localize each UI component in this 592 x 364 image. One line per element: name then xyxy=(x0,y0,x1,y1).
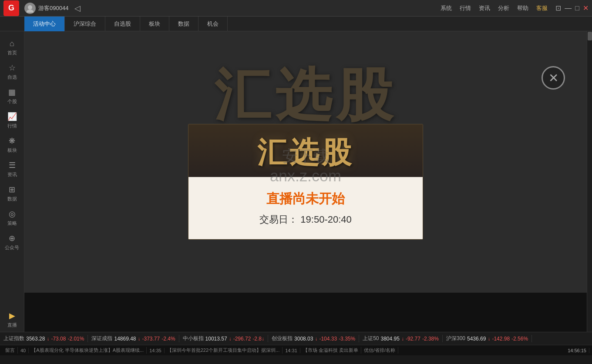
ticker-val-2: 10013.57 xyxy=(205,336,227,342)
nav-system[interactable]: 系统 xyxy=(441,4,452,12)
modal-time-text: 交易日： 19:50-20:40 xyxy=(197,213,414,226)
sidebar-item-data[interactable]: ⊞ 数据 xyxy=(0,181,24,206)
sidebar-label-data: 数据 xyxy=(7,196,17,202)
tab-shanghai-shenzhen[interactable]: 沪深综合 xyxy=(65,17,105,31)
home-icon: ⌂ xyxy=(10,39,14,48)
ticker-label-1: 深证成指 xyxy=(91,335,112,342)
modal-dialog: 汇选股 安下载 anx.z.com 直播尚未开始 交易日： 19:50-20:4… xyxy=(188,124,423,240)
bg-big-title: 汇选股 xyxy=(214,57,397,134)
ticker-dir-4: ↓ xyxy=(401,336,404,342)
sidebar-item-market[interactable]: 📈 行情 xyxy=(0,108,24,133)
strategy-icon: ◎ xyxy=(9,209,16,219)
sidebar-item-strategy[interactable]: ◎ 策略 xyxy=(0,206,24,230)
status-sort: 优估/省排/名称 xyxy=(361,347,398,354)
statusbar: 留言 40 【A股表现分化 半导体板块逆势上涨】A股表现继续... 14:35 … xyxy=(0,345,592,355)
logo-text: G xyxy=(8,3,14,13)
ticker-dir-3: ↓ xyxy=(315,336,317,342)
modal-status-text: 直播尚未开始 xyxy=(197,190,414,208)
sidebar-item-news[interactable]: ☰ 资讯 xyxy=(0,157,24,181)
content-area: 汇选股 ✕ 汇选股 安下载 anx.z.com 直播尚未开始 交易日 xyxy=(24,31,587,332)
close-button[interactable]: ✕ xyxy=(583,4,589,12)
modal-body: 直播尚未开始 交易日： 19:50-20:40 xyxy=(188,177,423,239)
sector-icon: ❋ xyxy=(9,136,15,146)
sidebar-item-watchlist[interactable]: ☆ 自选 xyxy=(0,60,24,84)
nav-help[interactable]: 帮助 xyxy=(517,4,528,12)
modal-header: 汇选股 安下载 anx.z.com xyxy=(188,124,423,177)
sidebar-label-market: 行情 xyxy=(7,123,17,129)
close-overlay-button[interactable]: ✕ xyxy=(542,66,565,90)
sidebar-item-sector[interactable]: ❋ 板块 xyxy=(0,133,24,157)
svg-point-0 xyxy=(28,5,32,10)
official-icon: ⊕ xyxy=(9,234,15,243)
time-value: 19:50-20:40 xyxy=(300,214,351,225)
status-news-1: 【A股表现分化 半导体板块逆势上涨】A股表现继续... xyxy=(29,347,147,354)
market-icon: 📈 xyxy=(7,112,17,121)
maximize-button[interactable]: □ xyxy=(575,4,579,12)
tabbar: 活动中心 沪深综合 自选股 板块 数据 机会 xyxy=(0,17,592,31)
sidebar: ⌂ 首页 ☆ 自选 ▦ 个股 📈 行情 ❋ 板块 ☰ 资讯 ⊞ 数据 ◎ 策略 xyxy=(0,31,24,332)
sidebar-item-official[interactable]: ⊕ 公众号 xyxy=(0,230,24,254)
sidebar-item-stock[interactable]: ▦ 个股 xyxy=(0,84,24,108)
ticker-pct-0: -2.01% xyxy=(67,336,84,342)
data-icon: ⊞ xyxy=(9,185,15,194)
ticker-pct-2: -2.8↓ xyxy=(252,336,264,342)
tab-sector[interactable]: 板块 xyxy=(140,17,169,31)
status-count: 40 xyxy=(18,348,29,353)
sidebar-label-home: 首页 xyxy=(7,50,17,56)
avatar xyxy=(24,3,36,14)
ticker-val-3: 3008.03 xyxy=(294,336,313,342)
topbar: G 游客090044 ◁ 系统 行情 资讯 分析 帮助 客服 ⊡ — □ ✕ xyxy=(0,0,592,17)
ticker-pct-1: -2.4% xyxy=(161,336,175,342)
ticker-label-5: 沪深300 xyxy=(446,335,465,342)
sidebar-label-watchlist: 自选 xyxy=(7,74,17,80)
ticker-change-2: -296.72 xyxy=(233,336,251,342)
nav-kefu[interactable]: 客服 xyxy=(536,4,548,12)
tab-activity-center[interactable]: 活动中心 xyxy=(24,17,65,31)
back-button[interactable]: ◁ xyxy=(74,3,81,13)
main-layout: ⌂ 首页 ☆ 自选 ▦ 个股 📈 行情 ❋ 板块 ☰ 资讯 ⊞ 数据 ◎ 策略 xyxy=(0,31,592,332)
status-news-2: 【深圳今年首批222个新开工项目集中启动】据深圳... xyxy=(165,347,283,354)
ticker-shanghai: 上证指数 3563.28 ↓ -73.08 -2.01% xyxy=(0,335,88,342)
sidebar-label-official: 公众号 xyxy=(5,244,19,251)
scrollbar[interactable] xyxy=(587,31,592,332)
logo-button[interactable]: G xyxy=(3,0,19,16)
ticker-50: 上证50 3804.95 ↓ -92.77 -2.38% xyxy=(359,335,443,342)
nav-market[interactable]: 行情 xyxy=(460,4,471,12)
tab-data[interactable]: 数据 xyxy=(169,17,198,31)
sidebar-item-live[interactable]: ▶ 直播 xyxy=(0,307,24,332)
tab-watchlist[interactable]: 自选股 xyxy=(105,17,140,31)
ticker-pct-5: -2.56% xyxy=(511,336,528,342)
ticker-change-3: -104.33 xyxy=(319,336,337,342)
ticker-300: 沪深300 5436.69 ↓ -142.98 -2.56% xyxy=(443,335,532,342)
sidebar-label-stock: 个股 xyxy=(7,98,17,105)
ticker-medium: 中小板指 10013.57 ↓ -296.72 -2.8↓ xyxy=(179,335,268,342)
ticker-val-0: 3563.28 xyxy=(26,336,45,342)
screenshot-icon[interactable]: ⊡ xyxy=(555,4,561,12)
status-liuyan: 留言 xyxy=(3,347,18,354)
topbar-nav: 系统 行情 资讯 分析 帮助 客服 xyxy=(441,4,548,12)
ticker-pct-4: -2.38% xyxy=(422,336,439,342)
ticker-change-0: -73.08 xyxy=(51,336,66,342)
status-market: 【市场 金溢科技 卖出新单 xyxy=(300,347,361,354)
modal-big-title: 汇选股 xyxy=(257,133,354,173)
tab-opportunity[interactable]: 机会 xyxy=(198,17,228,31)
ticker-val-5: 5436.69 xyxy=(467,336,486,342)
sidebar-item-home[interactable]: ⌂ 首页 xyxy=(0,36,24,60)
ticker-chinext: 创业板指 3008.03 ↓ -104.33 -3.35% xyxy=(268,335,359,342)
svg-point-1 xyxy=(27,10,34,13)
ticker-label-0: 上证指数 xyxy=(3,335,24,342)
ticker-label-2: 中小板指 xyxy=(183,335,204,342)
sidebar-label-news: 资讯 xyxy=(7,171,17,178)
scroll-thumb[interactable] xyxy=(588,32,592,40)
ticker-shenzhen: 深证成指 14869.48 ↓ -373.77 -2.4% xyxy=(88,335,179,342)
star-icon: ☆ xyxy=(9,63,16,73)
nav-news[interactable]: 资讯 xyxy=(479,4,490,12)
live-icon: ▶ xyxy=(9,311,15,321)
chart-icon: ▦ xyxy=(8,87,16,97)
time-label: 交易日： xyxy=(259,214,298,225)
minimize-button[interactable]: — xyxy=(565,4,572,12)
nav-analysis[interactable]: 分析 xyxy=(498,4,509,12)
status-time-1: 14:35 xyxy=(147,348,165,353)
sidebar-label-strategy: 策略 xyxy=(7,220,17,227)
ticker-change-4: -92.77 xyxy=(406,336,420,342)
